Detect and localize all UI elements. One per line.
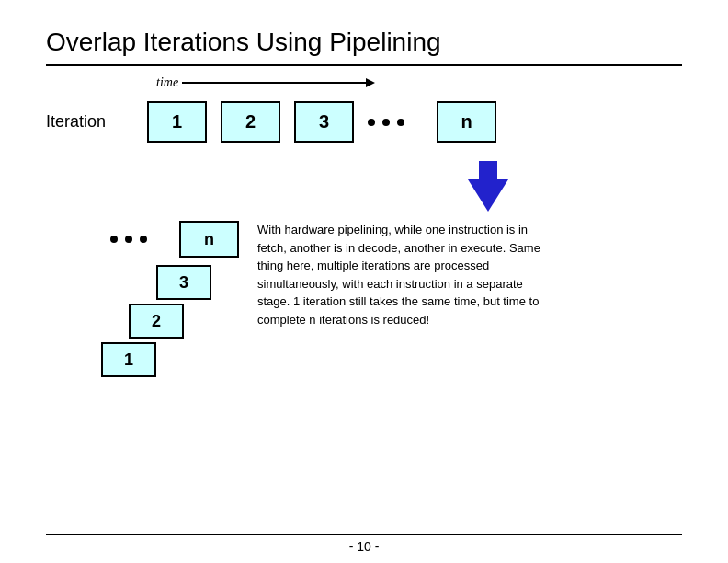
page-number: - 10 -	[349, 539, 380, 554]
description-text: With hardware pipelining, while one inst…	[257, 221, 542, 328]
stair-row-2: 2	[129, 304, 184, 339]
iteration-label: Iteration	[46, 112, 147, 132]
stair-row-1: 1	[101, 342, 156, 377]
lower-section: n 3 2 1 With hardware pipelining, while …	[101, 221, 682, 381]
bottom-divider	[46, 534, 682, 535]
lower-dot-3	[140, 236, 147, 243]
arrow-stem	[479, 161, 497, 179]
lower-dots	[110, 236, 147, 243]
stair-box-2: 2	[129, 304, 184, 339]
stair-box-1: 1	[101, 342, 156, 377]
time-row: time	[156, 75, 682, 90]
arrow-head	[468, 179, 508, 212]
time-arrow-line	[182, 82, 366, 84]
time-arrow	[182, 78, 375, 87]
dots-separator	[368, 119, 404, 126]
lower-left: n 3 2 1	[101, 221, 239, 381]
lower-dots-row: n	[110, 221, 239, 258]
iter-box-3: 3	[294, 101, 354, 143]
time-label: time	[156, 75, 178, 90]
stair-box-3: 3	[156, 265, 211, 300]
lower-dot-1	[110, 236, 118, 243]
dot-2	[382, 119, 390, 126]
lower-dot-2	[125, 236, 132, 243]
top-divider	[46, 64, 682, 66]
staircase: 3 2 1	[101, 265, 239, 381]
stair-row-3: 3	[156, 265, 211, 300]
dot-3	[397, 119, 404, 126]
dot-1	[368, 119, 375, 126]
slide-container: Overlap Iterations Using Pipelining time…	[0, 0, 728, 563]
iter-box-2: 2	[221, 101, 280, 143]
lower-n-box: n	[179, 221, 239, 258]
time-arrow-head	[366, 78, 375, 87]
slide-title: Overlap Iterations Using Pipelining	[46, 28, 682, 57]
iter-box-1: 1	[147, 101, 207, 143]
down-arrow-container	[294, 161, 682, 212]
iteration-row: Iteration 1 2 3 n	[46, 101, 682, 143]
down-arrow-group	[468, 161, 508, 212]
iter-box-n: n	[437, 101, 496, 143]
